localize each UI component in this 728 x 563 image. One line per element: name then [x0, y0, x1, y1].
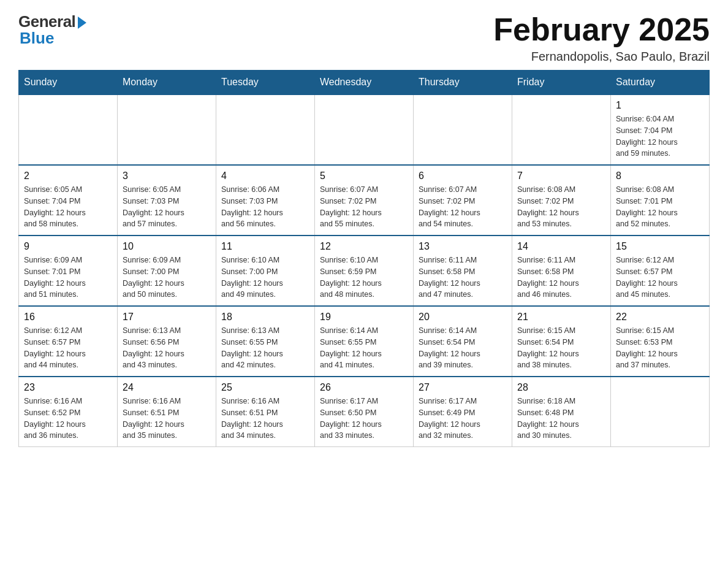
weekday-header-tuesday: Tuesday: [216, 71, 315, 95]
calendar-cell: 24Sunrise: 6:16 AM Sunset: 6:51 PM Dayli…: [118, 377, 216, 447]
day-info: Sunrise: 6:11 AM Sunset: 6:58 PM Dayligh…: [517, 255, 605, 301]
day-number: 19: [320, 312, 408, 323]
calendar-cell: 4Sunrise: 6:06 AM Sunset: 7:03 PM Daylig…: [216, 165, 315, 236]
calendar-cell: [118, 94, 216, 165]
calendar-cell: 14Sunrise: 6:11 AM Sunset: 6:58 PM Dayli…: [512, 236, 611, 306]
day-info: Sunrise: 6:05 AM Sunset: 7:04 PM Dayligh…: [24, 184, 112, 230]
calendar-cell: 27Sunrise: 6:17 AM Sunset: 6:49 PM Dayli…: [414, 377, 512, 447]
day-info: Sunrise: 6:16 AM Sunset: 6:51 PM Dayligh…: [221, 396, 309, 442]
day-info: Sunrise: 6:15 AM Sunset: 6:54 PM Dayligh…: [517, 325, 605, 371]
day-number: 1: [616, 100, 704, 111]
day-number: 21: [517, 312, 605, 323]
day-number: 27: [419, 382, 507, 393]
calendar-cell: [216, 94, 315, 165]
calendar-cell: [611, 377, 710, 447]
day-info: Sunrise: 6:05 AM Sunset: 7:03 PM Dayligh…: [123, 184, 211, 230]
day-number: 10: [123, 241, 211, 252]
calendar-week-row: 9Sunrise: 6:09 AM Sunset: 7:01 PM Daylig…: [19, 236, 710, 306]
day-number: 28: [517, 382, 605, 393]
calendar-cell: 20Sunrise: 6:14 AM Sunset: 6:54 PM Dayli…: [414, 306, 512, 377]
calendar-cell: 13Sunrise: 6:11 AM Sunset: 6:58 PM Dayli…: [414, 236, 512, 306]
day-info: Sunrise: 6:13 AM Sunset: 6:56 PM Dayligh…: [123, 325, 211, 371]
day-number: 14: [517, 241, 605, 252]
weekday-header-monday: Monday: [118, 71, 216, 95]
day-info: Sunrise: 6:06 AM Sunset: 7:03 PM Dayligh…: [221, 184, 309, 230]
logo-blue-text: Blue: [20, 29, 54, 48]
day-info: Sunrise: 6:07 AM Sunset: 7:02 PM Dayligh…: [320, 184, 408, 230]
calendar-cell: 12Sunrise: 6:10 AM Sunset: 6:59 PM Dayli…: [315, 236, 414, 306]
calendar-cell: 26Sunrise: 6:17 AM Sunset: 6:50 PM Dayli…: [315, 377, 414, 447]
location-text: Fernandopolis, Sao Paulo, Brazil: [493, 50, 710, 64]
day-info: Sunrise: 6:10 AM Sunset: 7:00 PM Dayligh…: [221, 255, 309, 301]
calendar-week-row: 23Sunrise: 6:16 AM Sunset: 6:52 PM Dayli…: [19, 377, 710, 447]
calendar-cell: 15Sunrise: 6:12 AM Sunset: 6:57 PM Dayli…: [611, 236, 710, 306]
calendar-cell: 10Sunrise: 6:09 AM Sunset: 7:00 PM Dayli…: [118, 236, 216, 306]
day-info: Sunrise: 6:04 AM Sunset: 7:04 PM Dayligh…: [616, 113, 704, 159]
day-number: 13: [419, 241, 507, 252]
day-number: 11: [221, 241, 309, 252]
day-number: 9: [24, 241, 112, 252]
calendar-cell: [315, 94, 414, 165]
calendar-cell: 18Sunrise: 6:13 AM Sunset: 6:55 PM Dayli…: [216, 306, 315, 377]
day-info: Sunrise: 6:13 AM Sunset: 6:55 PM Dayligh…: [221, 325, 309, 371]
calendar-cell: 23Sunrise: 6:16 AM Sunset: 6:52 PM Dayli…: [19, 377, 118, 447]
day-info: Sunrise: 6:18 AM Sunset: 6:48 PM Dayligh…: [517, 396, 605, 442]
calendar-cell: 28Sunrise: 6:18 AM Sunset: 6:48 PM Dayli…: [512, 377, 611, 447]
calendar-cell: 6Sunrise: 6:07 AM Sunset: 7:02 PM Daylig…: [414, 165, 512, 236]
day-number: 7: [517, 170, 605, 182]
weekday-header-thursday: Thursday: [414, 71, 512, 95]
page-header: General Blue February 2025 Fernandopolis…: [18, 12, 710, 64]
calendar-cell: 9Sunrise: 6:09 AM Sunset: 7:01 PM Daylig…: [19, 236, 118, 306]
day-info: Sunrise: 6:09 AM Sunset: 7:01 PM Dayligh…: [24, 255, 112, 301]
weekday-header-sunday: Sunday: [19, 71, 118, 95]
calendar-cell: 7Sunrise: 6:08 AM Sunset: 7:02 PM Daylig…: [512, 165, 611, 236]
calendar-cell: 16Sunrise: 6:12 AM Sunset: 6:57 PM Dayli…: [19, 306, 118, 377]
calendar-header-row: SundayMondayTuesdayWednesdayThursdayFrid…: [19, 71, 710, 95]
logo: General Blue: [18, 12, 86, 48]
calendar-week-row: 16Sunrise: 6:12 AM Sunset: 6:57 PM Dayli…: [19, 306, 710, 377]
calendar-cell: [414, 94, 512, 165]
day-info: Sunrise: 6:07 AM Sunset: 7:02 PM Dayligh…: [419, 184, 507, 230]
day-info: Sunrise: 6:15 AM Sunset: 6:53 PM Dayligh…: [616, 325, 704, 371]
calendar-cell: 17Sunrise: 6:13 AM Sunset: 6:56 PM Dayli…: [118, 306, 216, 377]
calendar-cell: 21Sunrise: 6:15 AM Sunset: 6:54 PM Dayli…: [512, 306, 611, 377]
day-number: 6: [419, 170, 507, 182]
day-number: 8: [616, 170, 704, 182]
calendar-cell: 19Sunrise: 6:14 AM Sunset: 6:55 PM Dayli…: [315, 306, 414, 377]
calendar-cell: [512, 94, 611, 165]
day-number: 23: [24, 382, 112, 393]
day-info: Sunrise: 6:17 AM Sunset: 6:49 PM Dayligh…: [419, 396, 507, 442]
day-number: 22: [616, 312, 704, 323]
day-number: 25: [221, 382, 309, 393]
day-number: 4: [221, 170, 309, 182]
day-info: Sunrise: 6:16 AM Sunset: 6:51 PM Dayligh…: [123, 396, 211, 442]
day-info: Sunrise: 6:08 AM Sunset: 7:01 PM Dayligh…: [616, 184, 704, 230]
day-number: 26: [320, 382, 408, 393]
day-number: 3: [123, 170, 211, 182]
calendar-table: SundayMondayTuesdayWednesdayThursdayFrid…: [18, 70, 710, 447]
calendar-cell: [19, 94, 118, 165]
day-number: 5: [320, 170, 408, 182]
calendar-cell: 22Sunrise: 6:15 AM Sunset: 6:53 PM Dayli…: [611, 306, 710, 377]
logo-arrow-icon: [78, 17, 86, 29]
weekday-header-wednesday: Wednesday: [315, 71, 414, 95]
day-info: Sunrise: 6:12 AM Sunset: 6:57 PM Dayligh…: [616, 255, 704, 301]
day-info: Sunrise: 6:14 AM Sunset: 6:55 PM Dayligh…: [320, 325, 408, 371]
day-info: Sunrise: 6:09 AM Sunset: 7:00 PM Dayligh…: [123, 255, 211, 301]
weekday-header-friday: Friday: [512, 71, 611, 95]
calendar-cell: 11Sunrise: 6:10 AM Sunset: 7:00 PM Dayli…: [216, 236, 315, 306]
day-number: 2: [24, 170, 112, 182]
day-number: 20: [419, 312, 507, 323]
calendar-cell: 3Sunrise: 6:05 AM Sunset: 7:03 PM Daylig…: [118, 165, 216, 236]
day-number: 17: [123, 312, 211, 323]
calendar-week-row: 1Sunrise: 6:04 AM Sunset: 7:04 PM Daylig…: [19, 94, 710, 165]
day-number: 12: [320, 241, 408, 252]
calendar-cell: 2Sunrise: 6:05 AM Sunset: 7:04 PM Daylig…: [19, 165, 118, 236]
calendar-cell: 1Sunrise: 6:04 AM Sunset: 7:04 PM Daylig…: [611, 94, 710, 165]
day-number: 24: [123, 382, 211, 393]
day-info: Sunrise: 6:14 AM Sunset: 6:54 PM Dayligh…: [419, 325, 507, 371]
month-title: February 2025: [493, 12, 710, 47]
day-number: 16: [24, 312, 112, 323]
calendar-cell: 5Sunrise: 6:07 AM Sunset: 7:02 PM Daylig…: [315, 165, 414, 236]
weekday-header-saturday: Saturday: [611, 71, 710, 95]
